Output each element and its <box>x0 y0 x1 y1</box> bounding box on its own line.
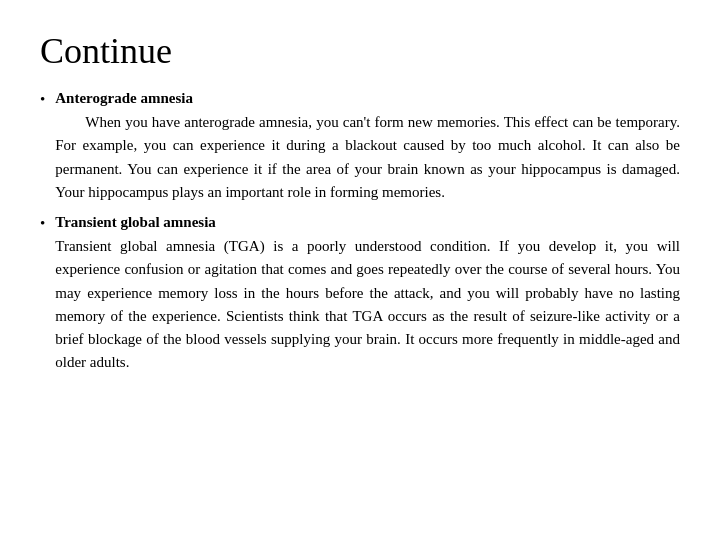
bullet-anterograde: • <box>40 91 45 204</box>
paragraph-anterograde: When you have anterograde amnesia, you c… <box>55 111 680 204</box>
content-anterograde: Anterograde amnesia When you have antero… <box>55 90 680 204</box>
section-transient: • Transient global amnesia Transient glo… <box>40 214 680 375</box>
heading-transient: Transient global amnesia <box>55 214 680 231</box>
section-anterograde: • Anterograde amnesia When you have ante… <box>40 90 680 204</box>
page-title: Continue <box>40 30 680 72</box>
heading-anterograde: Anterograde amnesia <box>55 90 680 107</box>
content-transient: Transient global amnesia Transient globa… <box>55 214 680 375</box>
paragraph-transient: Transient global amnesia (TGA) is a poor… <box>55 235 680 375</box>
bullet-transient: • <box>40 215 45 375</box>
